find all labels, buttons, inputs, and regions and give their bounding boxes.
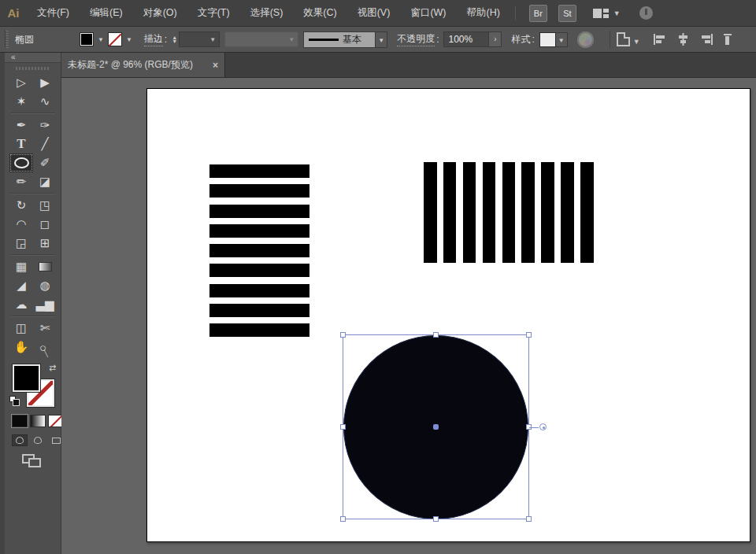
type-tool[interactable]: T: [9, 135, 33, 153]
selection-handle[interactable]: [340, 424, 346, 430]
rotation-handle-icon[interactable]: [539, 423, 547, 430]
control-bar-grip[interactable]: [5, 31, 9, 48]
stripe-bar[interactable]: [561, 162, 574, 263]
paintbrush-tool[interactable]: ✐: [33, 153, 57, 172]
slice-tool[interactable]: ✄: [33, 319, 57, 338]
rotate-tool[interactable]: ↻: [9, 196, 33, 215]
collapse-panel-icon[interactable]: «: [11, 53, 16, 61]
selection-handle[interactable]: [340, 516, 346, 522]
align-right-icon[interactable]: [700, 33, 713, 46]
stroke-color-swatch[interactable]: [108, 32, 122, 46]
stroke-style-combo[interactable]: 基本: [303, 31, 376, 48]
selection-center-point[interactable]: [433, 424, 439, 430]
pencil-tool[interactable]: ✏: [9, 172, 33, 191]
graphic-style-swatch[interactable]: [539, 32, 556, 47]
gradient-mode-button[interactable]: [30, 415, 46, 427]
magic-wand-tool[interactable]: ✶: [9, 92, 33, 111]
default-fill-stroke-icon[interactable]: [9, 396, 20, 406]
selection-handle[interactable]: [433, 516, 439, 522]
opacity-input[interactable]: [443, 31, 489, 47]
stroke-style-chevron-icon[interactable]: ▼: [376, 31, 387, 48]
document-tab[interactable]: 未标题-2* @ 96% (RGB/预览) ×: [61, 53, 225, 77]
vertical-stripes-shape[interactable]: [424, 162, 594, 263]
brush-definition-combo[interactable]: ▼: [224, 31, 298, 47]
stripe-bar[interactable]: [209, 284, 309, 297]
stroke-chevron-icon[interactable]: ▼: [122, 33, 136, 46]
perspective-grid-tool[interactable]: ⊞: [33, 234, 57, 253]
menu-item-6[interactable]: 视图(V): [347, 0, 401, 27]
selection-handle[interactable]: [340, 332, 346, 338]
stripe-bar[interactable]: [209, 323, 309, 337]
stripe-bar[interactable]: [521, 162, 535, 263]
fill-indicator-black[interactable]: [13, 364, 40, 392]
menu-item-4[interactable]: 选择(S): [240, 0, 294, 27]
fill-color-swatch[interactable]: [80, 32, 94, 46]
hand-tool[interactable]: ✋: [9, 338, 33, 356]
zoom-tool[interactable]: ○: [33, 338, 57, 356]
menu-item-8[interactable]: 帮助(H): [457, 0, 510, 27]
horizontal-stripes-shape[interactable]: [209, 164, 309, 337]
menu-item-2[interactable]: 对象(O): [133, 0, 187, 27]
swap-fill-stroke-icon[interactable]: ⇄: [49, 363, 56, 373]
free-transform-tool[interactable]: ◻: [33, 215, 57, 234]
line-segment-tool[interactable]: ╱: [33, 135, 57, 153]
selection-handle[interactable]: [433, 332, 439, 338]
column-graph-tool[interactable]: ▃▆: [33, 295, 57, 314]
stripe-bar[interactable]: [209, 164, 309, 178]
width-tool[interactable]: ◠: [9, 215, 33, 234]
shape-builder-tool[interactable]: ◲: [9, 234, 33, 253]
stripe-bar[interactable]: [463, 162, 476, 263]
menu-item-3[interactable]: 文字(T): [187, 0, 240, 27]
gradient-tool[interactable]: ▤: [33, 257, 57, 276]
stripe-bar[interactable]: [443, 162, 457, 263]
align-top-icon[interactable]: [724, 33, 732, 46]
stripe-bar[interactable]: [209, 264, 309, 277]
draw-behind-button[interactable]: [30, 434, 46, 446]
pen-tool[interactable]: ✒: [9, 116, 33, 135]
opacity-more-button[interactable]: ›: [489, 31, 502, 47]
stripe-bar[interactable]: [209, 304, 309, 317]
stroke-weight-stepper[interactable]: ▲▼: [172, 35, 177, 43]
stripe-bar[interactable]: [502, 162, 516, 263]
lasso-tool[interactable]: ∿: [33, 92, 57, 111]
dock-grip[interactable]: [16, 65, 50, 72]
selection-handle[interactable]: [526, 516, 532, 522]
tab-close-icon[interactable]: ×: [213, 60, 218, 71]
style-panel-button[interactable]: St: [558, 5, 576, 22]
stripe-bar[interactable]: [483, 162, 496, 263]
bridge-button[interactable]: Br: [529, 5, 547, 22]
menu-item-1[interactable]: 编辑(E): [80, 0, 133, 27]
stroke-weight-label[interactable]: 描边: [144, 32, 163, 46]
menu-item-5[interactable]: 效果(C): [293, 0, 346, 27]
document-setup-icon[interactable]: [617, 32, 630, 46]
align-left-icon[interactable]: [653, 33, 666, 46]
symbol-sprayer-tool[interactable]: ☁: [9, 295, 33, 314]
style-chevron-icon[interactable]: ▼: [556, 32, 568, 47]
canvas-area[interactable]: [61, 78, 756, 554]
fill-chevron-icon[interactable]: ▼: [94, 33, 108, 46]
stripe-bar[interactable]: [209, 244, 309, 257]
artboard-tool[interactable]: ◫: [9, 319, 33, 338]
curvature-pen-tool[interactable]: ✑: [33, 116, 57, 135]
eyedropper-tool[interactable]: ◢: [9, 276, 33, 295]
selection-handle[interactable]: [526, 332, 532, 338]
eraser-tool[interactable]: ◪: [33, 172, 57, 191]
stroke-weight-combo[interactable]: ▼: [179, 31, 220, 47]
mesh-tool[interactable]: ▦: [9, 257, 33, 276]
stripe-bar[interactable]: [541, 162, 554, 263]
draw-normal-button[interactable]: [12, 434, 28, 446]
color-mode-button[interactable]: [12, 415, 28, 427]
chevron-down-icon[interactable]: ▼: [613, 9, 621, 17]
document-setup-chevron-icon[interactable]: ▼: [633, 38, 640, 46]
opacity-label[interactable]: 不透明度: [397, 32, 435, 46]
scale-tool[interactable]: ◳: [33, 196, 57, 215]
menu-item-7[interactable]: 窗口(W): [400, 0, 456, 27]
recolor-artwork-icon[interactable]: [577, 31, 594, 48]
stripe-bar[interactable]: [580, 162, 594, 263]
stripe-bar[interactable]: [424, 162, 437, 263]
workspace-layout-icon[interactable]: [593, 9, 609, 18]
screen-mode-icon[interactable]: [22, 454, 41, 467]
align-center-icon[interactable]: [676, 33, 690, 46]
ellipse-tool[interactable]: ◯: [9, 153, 33, 172]
direct-selection-tool[interactable]: ▶: [33, 73, 57, 92]
